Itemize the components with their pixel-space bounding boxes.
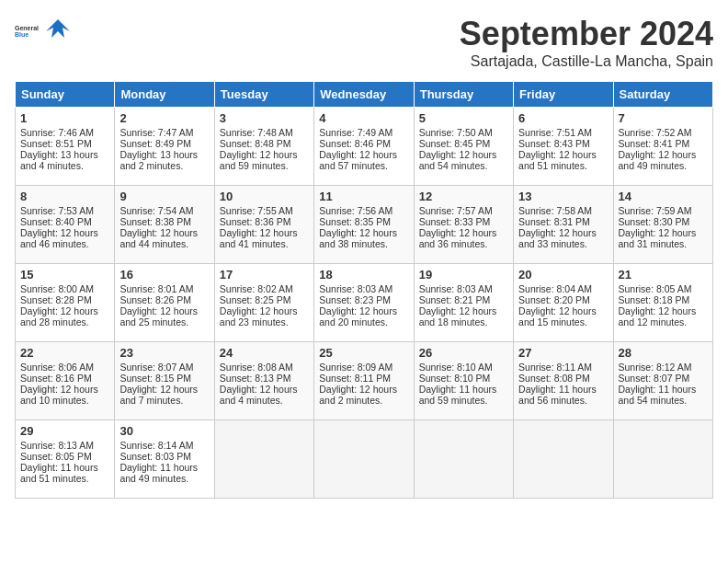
sunset-label: Sunset: 8:18 PM xyxy=(619,294,690,305)
col-saturday: Saturday xyxy=(613,82,712,108)
sunrise-label: Sunrise: 7:57 AM xyxy=(419,205,493,216)
daylight-label: Daylight: 11 hours and 56 minutes. xyxy=(518,384,597,406)
title-area: September 2024 Sartajada, Castille-La Ma… xyxy=(460,15,713,70)
day-cell-11: 11 Sunrise: 7:56 AM Sunset: 8:35 PM Dayl… xyxy=(314,186,414,264)
day-number: 18 xyxy=(319,268,408,282)
day-cell-20: 20 Sunrise: 8:04 AM Sunset: 8:20 PM Dayl… xyxy=(514,264,613,342)
sunset-label: Sunset: 8:30 PM xyxy=(619,216,690,227)
calendar-table: Sunday Monday Tuesday Wednesday Thursday… xyxy=(15,81,713,499)
sunrise-label: Sunrise: 8:09 AM xyxy=(319,362,392,373)
sunrise-label: Sunrise: 7:50 AM xyxy=(419,127,493,138)
sunset-label: Sunset: 8:43 PM xyxy=(518,138,590,149)
sunset-label: Sunset: 8:26 PM xyxy=(119,294,191,305)
week-row: 1 Sunrise: 7:46 AM Sunset: 8:51 PM Dayli… xyxy=(16,108,713,186)
daylight-label: Daylight: 12 hours and 41 minutes. xyxy=(220,227,298,249)
day-cell-10: 10 Sunrise: 7:55 AM Sunset: 8:36 PM Dayl… xyxy=(214,186,313,264)
sunset-label: Sunset: 8:31 PM xyxy=(518,216,590,227)
day-number: 8 xyxy=(20,190,109,203)
sunrise-label: Sunrise: 8:12 AM xyxy=(619,362,692,373)
sunset-label: Sunset: 8:40 PM xyxy=(20,216,92,227)
sunset-label: Sunset: 8:51 PM xyxy=(20,138,92,149)
daylight-label: Daylight: 13 hours and 2 minutes. xyxy=(119,149,198,171)
day-number: 11 xyxy=(319,190,408,203)
day-cell-24: 24 Sunrise: 8:08 AM Sunset: 8:13 PM Dayl… xyxy=(214,342,313,420)
sunrise-label: Sunrise: 8:14 AM xyxy=(119,440,193,451)
sunrise-label: Sunrise: 7:52 AM xyxy=(619,127,692,138)
sunrise-label: Sunrise: 8:11 AM xyxy=(518,362,592,373)
header-row: Sunday Monday Tuesday Wednesday Thursday… xyxy=(16,82,713,108)
sunrise-label: Sunrise: 8:03 AM xyxy=(319,283,392,294)
daylight-label: Daylight: 12 hours and 46 minutes. xyxy=(20,227,98,249)
sunset-label: Sunset: 8:11 PM xyxy=(319,373,391,384)
day-cell-13: 13 Sunrise: 7:58 AM Sunset: 8:31 PM Dayl… xyxy=(514,186,613,264)
daylight-label: Daylight: 12 hours and 12 minutes. xyxy=(619,305,697,327)
daylight-label: Daylight: 12 hours and 28 minutes. xyxy=(20,305,98,327)
daylight-label: Daylight: 12 hours and 20 minutes. xyxy=(319,305,397,327)
daylight-label: Daylight: 12 hours and 54 minutes. xyxy=(419,149,497,171)
sunrise-label: Sunrise: 8:04 AM xyxy=(518,283,592,294)
sunset-label: Sunset: 8:20 PM xyxy=(518,294,590,305)
logo-text-general: General xyxy=(15,25,39,31)
day-number: 20 xyxy=(518,268,608,282)
sunrise-label: Sunrise: 8:01 AM xyxy=(119,283,193,294)
day-number: 7 xyxy=(619,111,708,125)
day-number: 14 xyxy=(619,190,708,203)
sunset-label: Sunset: 8:08 PM xyxy=(518,373,590,384)
sunrise-label: Sunrise: 8:00 AM xyxy=(20,283,94,294)
daylight-label: Daylight: 11 hours and 59 minutes. xyxy=(419,384,497,406)
day-cell-15: 15 Sunrise: 8:00 AM Sunset: 8:28 PM Dayl… xyxy=(16,264,115,342)
sunrise-label: Sunrise: 8:03 AM xyxy=(419,283,493,294)
day-cell-27: 27 Sunrise: 8:11 AM Sunset: 8:08 PM Dayl… xyxy=(514,342,613,420)
day-cell-25: 25 Sunrise: 8:09 AM Sunset: 8:11 PM Dayl… xyxy=(314,342,414,420)
col-wednesday: Wednesday xyxy=(314,82,414,108)
day-cell-12: 12 Sunrise: 7:57 AM Sunset: 8:33 PM Dayl… xyxy=(414,186,513,264)
week-row: 29 Sunrise: 8:13 AM Sunset: 8:05 PM Dayl… xyxy=(16,420,713,499)
day-cell-14: 14 Sunrise: 7:59 AM Sunset: 8:30 PM Dayl… xyxy=(613,186,712,264)
week-row: 8 Sunrise: 7:53 AM Sunset: 8:40 PM Dayli… xyxy=(16,186,713,264)
sunrise-label: Sunrise: 8:10 AM xyxy=(419,362,493,373)
sunrise-label: Sunrise: 7:56 AM xyxy=(319,205,392,216)
sunrise-label: Sunrise: 7:54 AM xyxy=(119,205,193,216)
sunset-label: Sunset: 8:23 PM xyxy=(319,294,391,305)
day-cell-6: 6 Sunrise: 7:51 AM Sunset: 8:43 PM Dayli… xyxy=(514,108,613,186)
day-cell-8: 8 Sunrise: 7:53 AM Sunset: 8:40 PM Dayli… xyxy=(16,186,115,264)
daylight-label: Daylight: 12 hours and 23 minutes. xyxy=(220,305,298,327)
sunrise-label: Sunrise: 8:05 AM xyxy=(619,283,692,294)
day-number: 22 xyxy=(20,346,109,360)
day-number: 23 xyxy=(119,346,209,360)
day-number: 30 xyxy=(119,424,209,438)
sunrise-label: Sunrise: 8:08 AM xyxy=(220,362,293,373)
month-title: September 2024 xyxy=(460,15,713,53)
day-cell-30: 30 Sunrise: 8:14 AM Sunset: 8:03 PM Dayl… xyxy=(115,420,214,499)
empty-cell xyxy=(214,420,313,499)
sunset-label: Sunset: 8:25 PM xyxy=(220,294,291,305)
sunrise-label: Sunrise: 7:55 AM xyxy=(220,205,293,216)
sunrise-label: Sunrise: 7:49 AM xyxy=(319,127,392,138)
sunrise-label: Sunrise: 7:53 AM xyxy=(20,205,94,216)
day-number: 26 xyxy=(419,346,508,360)
daylight-label: Daylight: 12 hours and 10 minutes. xyxy=(20,384,98,406)
sunset-label: Sunset: 8:07 PM xyxy=(619,373,690,384)
sunset-label: Sunset: 8:46 PM xyxy=(319,138,391,149)
day-number: 24 xyxy=(220,346,309,360)
svg-marker-0 xyxy=(46,19,70,38)
sunset-label: Sunset: 8:28 PM xyxy=(20,294,92,305)
day-cell-21: 21 Sunrise: 8:05 AM Sunset: 8:18 PM Dayl… xyxy=(613,264,712,342)
daylight-label: Daylight: 12 hours and 15 minutes. xyxy=(518,305,597,327)
week-row: 22 Sunrise: 8:06 AM Sunset: 8:16 PM Dayl… xyxy=(16,342,713,420)
daylight-label: Daylight: 13 hours and 4 minutes. xyxy=(20,149,98,171)
day-number: 1 xyxy=(20,111,109,125)
sunrise-label: Sunrise: 8:13 AM xyxy=(20,440,94,451)
day-cell-17: 17 Sunrise: 8:02 AM Sunset: 8:25 PM Dayl… xyxy=(214,264,313,342)
sunset-label: Sunset: 8:35 PM xyxy=(319,216,391,227)
logo: General Blue xyxy=(15,15,72,42)
sunset-label: Sunset: 8:16 PM xyxy=(20,373,92,384)
day-cell-7: 7 Sunrise: 7:52 AM Sunset: 8:41 PM Dayli… xyxy=(613,108,712,186)
day-cell-26: 26 Sunrise: 8:10 AM Sunset: 8:10 PM Dayl… xyxy=(414,342,513,420)
empty-cell xyxy=(414,420,513,499)
sunset-label: Sunset: 8:33 PM xyxy=(419,216,491,227)
daylight-label: Daylight: 12 hours and 18 minutes. xyxy=(419,305,497,327)
day-cell-16: 16 Sunrise: 8:01 AM Sunset: 8:26 PM Dayl… xyxy=(115,264,214,342)
day-number: 3 xyxy=(220,111,309,125)
day-number: 10 xyxy=(220,190,309,203)
